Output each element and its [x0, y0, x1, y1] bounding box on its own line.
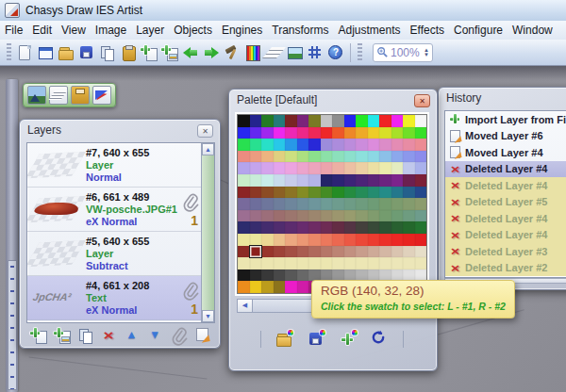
palette-swatch[interactable]: [321, 174, 333, 187]
palette-swatch[interactable]: [379, 139, 391, 151]
undo-icon[interactable]: [181, 43, 200, 62]
zoom-spinner[interactable]: ▲ ▼: [424, 48, 429, 57]
palette-swatch[interactable]: [274, 139, 286, 151]
palette-swatch[interactable]: [308, 139, 321, 151]
palette-swatch[interactable]: [403, 246, 415, 258]
palette-swatch[interactable]: [391, 257, 404, 270]
palette-swatch[interactable]: [308, 221, 321, 234]
palette-swatch[interactable]: [332, 234, 344, 246]
layers-stack-icon[interactable]: [49, 86, 68, 105]
save-palette-icon[interactable]: [307, 330, 325, 349]
palette-swatch[interactable]: [332, 139, 344, 151]
palette-swatch[interactable]: [285, 174, 297, 187]
palette-swatch[interactable]: [368, 174, 380, 187]
palette-swatch[interactable]: [391, 151, 404, 163]
palette-swatch[interactable]: [403, 139, 415, 151]
palette-swatch[interactable]: [379, 234, 391, 246]
palette-swatch[interactable]: [261, 210, 274, 222]
palette-swatch[interactable]: [297, 234, 309, 246]
palette-swatch[interactable]: [344, 198, 357, 210]
menu-effects[interactable]: Effects: [406, 22, 449, 40]
palette-swatch[interactable]: [356, 234, 368, 246]
palette-swatch[interactable]: [403, 115, 415, 127]
palette-swatch[interactable]: [391, 210, 404, 222]
palette-swatch[interactable]: [379, 162, 391, 174]
palette-swatch[interactable]: [285, 151, 297, 163]
delete-layer-icon[interactable]: ×: [100, 326, 117, 343]
palette-swatch[interactable]: [356, 210, 368, 222]
palette-swatch[interactable]: [274, 281, 286, 293]
palette-swatch[interactable]: [274, 127, 286, 139]
palette-swatch[interactable]: [332, 210, 344, 222]
open-palette-icon[interactable]: [275, 330, 293, 349]
palette-swatch[interactable]: [285, 139, 297, 151]
palette-swatch[interactable]: [261, 151, 274, 163]
palette-swatch[interactable]: [297, 115, 309, 127]
menu-view[interactable]: View: [57, 22, 91, 40]
palette-swatch[interactable]: [250, 198, 262, 210]
palette-swatch[interactable]: [321, 198, 333, 210]
palette-swatch[interactable]: [321, 127, 333, 139]
palette-swatch[interactable]: [403, 198, 415, 210]
scroll-up-icon[interactable]: ▲: [202, 143, 214, 155]
palette-swatch[interactable]: [308, 198, 321, 210]
palette-swatch[interactable]: [297, 210, 309, 222]
history-item[interactable]: ×Deleted Layer #4: [445, 161, 566, 178]
palette-swatch[interactable]: [297, 221, 309, 234]
palette-swatch[interactable]: [344, 174, 357, 187]
layer-row[interactable]: #6, 661 x 489VW-posche.JPG#1eX Normal1: [27, 188, 202, 232]
palette-swatch[interactable]: [356, 127, 368, 139]
palette-swatch[interactable]: [297, 198, 309, 210]
palette-swatch[interactable]: [415, 151, 427, 163]
history-item[interactable]: ×Deleted Layer #3: [445, 243, 566, 260]
palette-swatch[interactable]: [415, 174, 427, 187]
palette-swatch[interactable]: [344, 257, 357, 270]
layers-stack-icon[interactable]: [264, 43, 283, 62]
palette-swatch[interactable]: [391, 162, 404, 174]
palette-swatch[interactable]: [403, 210, 415, 222]
palette-swatch[interactable]: [274, 270, 286, 282]
palette-swatch[interactable]: [321, 115, 333, 127]
palette-swatch[interactable]: [285, 270, 297, 282]
palette-swatch[interactable]: [415, 221, 427, 234]
palette-swatch[interactable]: [368, 210, 380, 222]
palette-swatch[interactable]: [297, 174, 309, 187]
palette-swatch[interactable]: [332, 187, 344, 199]
palette-swatch[interactable]: [238, 234, 250, 246]
palette-swatch[interactable]: [344, 139, 357, 151]
palette-swatch[interactable]: [261, 234, 274, 246]
clipboard-icon[interactable]: [71, 86, 90, 105]
palette-swatch[interactable]: [297, 151, 309, 163]
menu-image[interactable]: Image: [91, 22, 131, 40]
palette-swatch[interactable]: [250, 281, 262, 293]
palette-swatch[interactable]: [368, 257, 380, 270]
palette-swatch[interactable]: [415, 234, 427, 246]
palette-swatch[interactable]: [238, 210, 250, 222]
palette-swatch[interactable]: [285, 281, 297, 293]
palette-swatch[interactable]: [415, 127, 427, 139]
palette-swatch[interactable]: [238, 246, 250, 258]
palette-swatch[interactable]: [415, 162, 427, 174]
palette-swatch[interactable]: [332, 127, 344, 139]
open-file-icon[interactable]: [57, 43, 75, 62]
palette-swatch[interactable]: [261, 257, 274, 270]
palette-swatch[interactable]: [261, 127, 274, 139]
palette-swatch[interactable]: [379, 221, 391, 234]
palette-swatch[interactable]: [391, 174, 404, 187]
palette-swatch[interactable]: [261, 198, 274, 210]
palette-swatch[interactable]: [261, 221, 274, 234]
palette-swatch[interactable]: [238, 151, 250, 163]
palette-swatch[interactable]: [250, 270, 262, 282]
palette-swatch[interactable]: [344, 187, 357, 199]
palette-swatch[interactable]: [238, 174, 250, 187]
palette-swatch[interactable]: [308, 174, 321, 187]
palette-swatch[interactable]: [238, 281, 250, 293]
palette-swatch[interactable]: [274, 221, 286, 234]
add-image-layer-icon[interactable]: [160, 43, 179, 62]
palette-swatch[interactable]: [285, 221, 297, 234]
link-layer-icon[interactable]: [170, 326, 187, 343]
palette-swatch[interactable]: [297, 281, 309, 293]
palette-swatch[interactable]: [356, 151, 368, 163]
palette-swatch[interactable]: [391, 198, 404, 210]
layer-row[interactable]: #7, 640 x 655LayerNormal: [27, 143, 202, 188]
